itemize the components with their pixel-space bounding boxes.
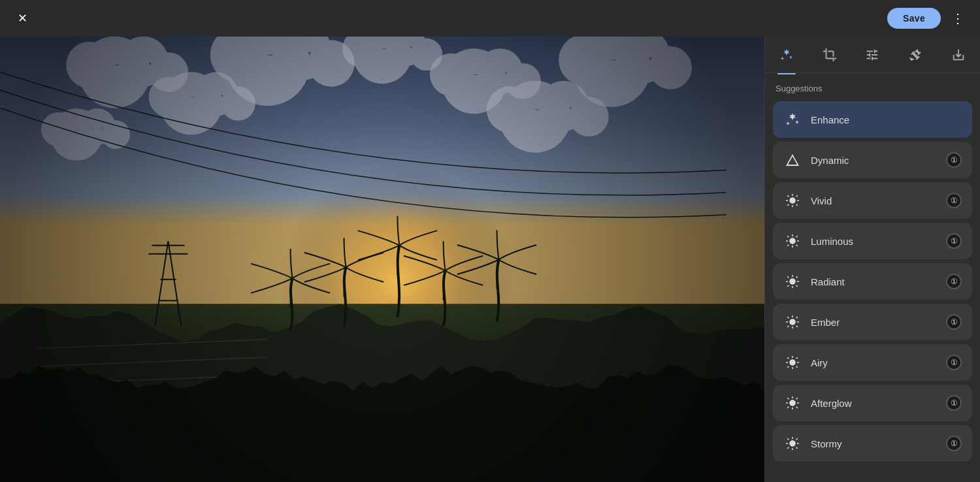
filter-name-radiant: Radiant: [811, 276, 937, 287]
main-area: Suggestions Enhance Dynamic ①: [0, 37, 980, 482]
filter-badge-radiant: ①: [946, 274, 962, 289]
filter-badge-afterglow: ①: [946, 395, 962, 411]
filter-icon-vivid: [783, 191, 802, 210]
filter-icon-luminous: [783, 232, 802, 250]
top-bar-center: Save ⋮: [34, 7, 970, 30]
filter-badge-stormy: ①: [946, 436, 962, 451]
tab-icons-row: [765, 37, 980, 73]
svg-line-29: [796, 276, 798, 278]
filter-icon-airy: [783, 353, 802, 372]
filter-icon-radiant: [783, 272, 802, 291]
svg-line-26: [787, 276, 789, 278]
tab-adjust[interactable]: [858, 40, 887, 69]
svg-line-8: [787, 204, 789, 206]
svg-line-49: [796, 357, 798, 359]
filter-name-stormy: Stormy: [811, 438, 937, 449]
svg-line-37: [796, 326, 798, 327]
svg-line-48: [787, 366, 789, 368]
filter-name-airy: Airy: [811, 357, 937, 368]
svg-line-66: [787, 438, 789, 440]
more-button[interactable]: ⋮: [946, 7, 970, 30]
svg-line-17: [796, 245, 798, 246]
svg-line-6: [787, 195, 789, 197]
svg-line-58: [787, 407, 789, 408]
save-button[interactable]: Save: [887, 8, 941, 29]
filter-icon-afterglow: [783, 394, 802, 412]
filter-item-vivid[interactable]: Vivid ①: [773, 182, 972, 219]
filter-list: Enhance Dynamic ① Vivid: [773, 101, 972, 462]
svg-line-39: [796, 317, 798, 318]
filter-icon-enhance: [783, 110, 802, 129]
photo-canvas: [0, 37, 764, 482]
svg-line-36: [787, 317, 789, 318]
tab-suggestions[interactable]: [772, 40, 801, 69]
filter-badge-luminous: ①: [946, 233, 962, 249]
svg-line-68: [787, 447, 789, 449]
top-bar-left: ✕: [10, 7, 34, 30]
filter-name-vivid: Vivid: [811, 195, 937, 206]
filter-icon-ember: [783, 313, 802, 331]
svg-line-47: [796, 366, 798, 368]
svg-line-38: [787, 326, 789, 327]
svg-line-59: [796, 398, 798, 399]
svg-line-16: [787, 236, 789, 237]
filter-item-afterglow[interactable]: Afterglow ①: [773, 385, 972, 421]
tab-export[interactable]: [944, 40, 973, 69]
svg-line-9: [796, 195, 798, 197]
filter-name-ember: Ember: [811, 317, 937, 328]
svg-line-28: [787, 285, 789, 287]
close-button[interactable]: ✕: [10, 7, 34, 30]
svg-line-46: [787, 357, 789, 359]
svg-line-18: [787, 245, 789, 246]
tab-crop[interactable]: [815, 40, 844, 69]
svg-line-7: [796, 204, 798, 206]
filter-item-dynamic[interactable]: Dynamic ①: [773, 142, 972, 178]
svg-line-19: [796, 236, 798, 237]
filter-item-ember[interactable]: Ember ①: [773, 304, 972, 340]
svg-line-56: [787, 398, 789, 399]
filter-badge-vivid: ①: [946, 193, 962, 208]
filter-icon-stormy: [783, 434, 802, 453]
suggestions-label: Suggestions: [773, 84, 972, 93]
filter-item-stormy[interactable]: Stormy ①: [773, 425, 972, 462]
filter-item-radiant[interactable]: Radiant ①: [773, 263, 972, 300]
panel-content: Suggestions Enhance Dynamic ①: [765, 73, 980, 482]
filter-badge-dynamic: ①: [946, 152, 962, 168]
svg-line-27: [796, 285, 798, 287]
right-panel: Suggestions Enhance Dynamic ①: [764, 37, 980, 482]
top-bar: ✕ Save ⋮: [0, 0, 980, 37]
svg-line-69: [796, 438, 798, 440]
filter-name-enhance: Enhance: [811, 114, 962, 125]
filter-name-dynamic: Dynamic: [811, 155, 937, 166]
filter-name-luminous: Luminous: [811, 236, 937, 247]
filter-item-enhance[interactable]: Enhance: [773, 101, 972, 138]
filter-item-airy[interactable]: Airy ①: [773, 344, 972, 381]
filter-badge-airy: ①: [946, 355, 962, 370]
filter-name-afterglow: Afterglow: [811, 398, 937, 409]
tab-tools[interactable]: [901, 40, 930, 69]
filter-icon-dynamic: [783, 151, 802, 169]
svg-line-67: [796, 447, 798, 449]
filter-badge-ember: ①: [946, 314, 962, 330]
filter-item-luminous[interactable]: Luminous ①: [773, 223, 972, 259]
photo-area: [0, 37, 764, 482]
svg-line-57: [796, 407, 798, 408]
